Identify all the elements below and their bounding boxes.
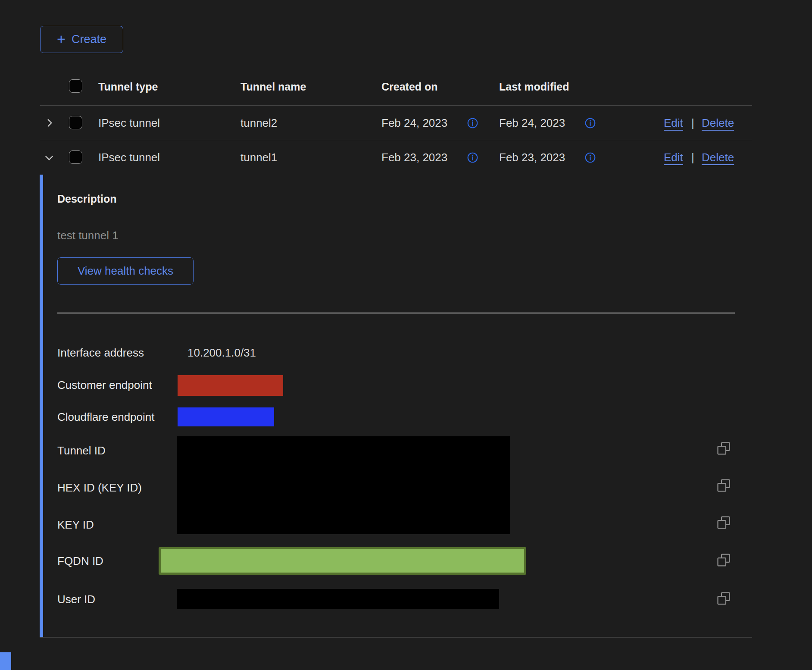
header-divider xyxy=(40,105,752,106)
info-icon[interactable] xyxy=(467,152,478,163)
section-divider xyxy=(57,313,735,313)
fqdn-id-label: FQDN ID xyxy=(57,554,103,568)
copy-fqdn-id-button[interactable] xyxy=(716,552,732,568)
edit-link[interactable]: Edit xyxy=(664,116,683,129)
column-header-created-on: Created on xyxy=(381,80,438,93)
tunnel-name-cell: tunnel1 xyxy=(240,151,277,164)
row-checkbox[interactable] xyxy=(69,150,82,164)
copy-tunnel-id-button[interactable] xyxy=(716,441,732,456)
last-modified-cell: Feb 24, 2023 xyxy=(499,116,565,129)
chevron-down-icon[interactable] xyxy=(43,152,55,163)
key-id-label: KEY ID xyxy=(57,518,94,532)
ids-redacted-value-block xyxy=(177,436,510,534)
column-header-last-modified: Last modified xyxy=(499,80,569,93)
tunnel-name-cell: tunnel2 xyxy=(240,116,277,129)
info-icon[interactable] xyxy=(584,117,596,129)
tunnel-type-cell: IPsec tunnel xyxy=(98,116,160,129)
view-health-checks-button[interactable]: View health checks xyxy=(57,257,194,285)
delete-link[interactable]: Delete xyxy=(702,151,734,164)
column-header-tunnel-name: Tunnel name xyxy=(240,80,306,93)
copy-user-id-button[interactable] xyxy=(716,591,732,606)
last-modified-cell: Feb 23, 2023 xyxy=(499,151,565,164)
description-value: test tunnel 1 xyxy=(57,229,119,242)
info-icon[interactable] xyxy=(584,152,596,163)
create-button[interactable]: + Create xyxy=(40,26,123,53)
action-separator: | xyxy=(691,116,694,129)
column-header-tunnel-type: Tunnel type xyxy=(98,80,158,93)
expanded-row-accent-bar xyxy=(40,175,43,637)
customer-endpoint-redacted-value xyxy=(178,375,283,396)
created-on-cell: Feb 24, 2023 xyxy=(381,116,447,129)
select-all-checkbox[interactable] xyxy=(69,79,82,93)
created-on-cell: Feb 23, 2023 xyxy=(381,151,447,164)
fqdn-id-redacted-value xyxy=(159,547,526,575)
cloudflare-endpoint-label: Cloudflare endpoint xyxy=(57,410,155,424)
panel-bottom-border xyxy=(40,637,752,638)
tunnel-id-label: Tunnel ID xyxy=(57,444,106,457)
scrolled-accent-bar-fragment xyxy=(0,652,11,670)
ipsec-tunnels-page: + Create Tunnel type Tunnel name Created… xyxy=(0,0,812,670)
chevron-right-icon[interactable] xyxy=(44,117,55,128)
row-checkbox[interactable] xyxy=(69,116,82,129)
customer-endpoint-label: Customer endpoint xyxy=(57,378,152,392)
copy-key-id-button[interactable] xyxy=(716,515,732,530)
info-icon[interactable] xyxy=(467,117,478,129)
tunnel-type-cell: IPsec tunnel xyxy=(98,151,160,164)
hex-id-label: HEX ID (KEY ID) xyxy=(57,481,142,495)
user-id-label: User ID xyxy=(57,592,95,606)
description-label: Description xyxy=(57,192,117,205)
plus-icon: + xyxy=(57,32,66,45)
view-health-checks-label: View health checks xyxy=(78,264,173,278)
create-button-label: Create xyxy=(72,33,106,46)
action-separator: | xyxy=(691,151,694,164)
interface-address-value: 10.200.1.0/31 xyxy=(187,346,256,360)
user-id-redacted-value xyxy=(177,589,499,609)
cloudflare-endpoint-redacted-value xyxy=(178,407,274,426)
row-divider xyxy=(40,140,752,140)
copy-hex-id-button[interactable] xyxy=(716,478,732,493)
delete-link[interactable]: Delete xyxy=(702,116,734,129)
edit-link[interactable]: Edit xyxy=(664,151,683,164)
interface-address-label: Interface address xyxy=(57,346,144,360)
